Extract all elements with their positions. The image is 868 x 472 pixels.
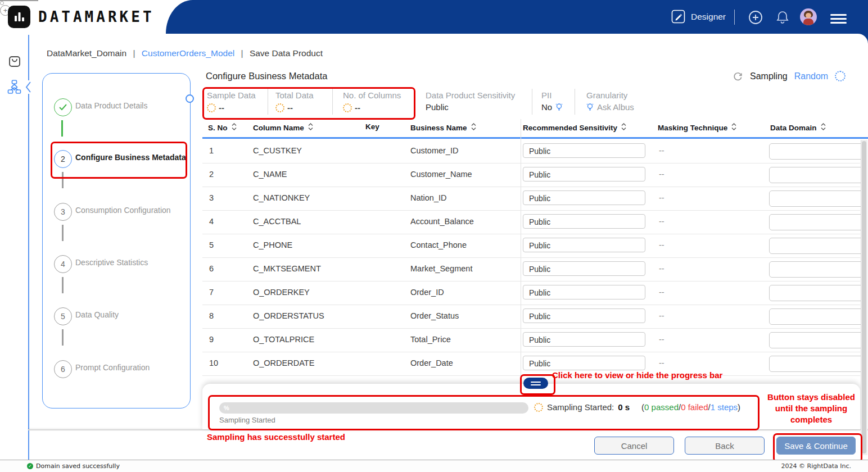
data-domain-input[interactable] — [769, 143, 865, 160]
table-row: 6C_MKTSEGMENTMarket_SegmentPublic-- — [202, 257, 860, 282]
column-header-data-domain[interactable]: Data Domain — [770, 122, 826, 133]
step-connector — [62, 225, 64, 241]
info-label: Data Product Sensitivity — [426, 90, 515, 100]
status-message: ✓ Domain saved successfully — [27, 462, 120, 470]
info-label: Granularity — [586, 90, 627, 100]
cell-column-name: O_ORDERSTATUS — [253, 311, 324, 320]
data-domain-input[interactable] — [769, 190, 865, 207]
designer-button[interactable]: Designer — [671, 10, 726, 24]
progress-status-label: Sampling Started: — [547, 402, 614, 412]
sampling-label: Sampling — [750, 71, 788, 81]
status-bar: ✓ Domain saved successfully 2024 © Right… — [0, 460, 868, 472]
data-domain-input[interactable] — [769, 167, 865, 183]
sort-icon[interactable] — [231, 122, 237, 133]
column-header-business-name[interactable]: Business Name — [410, 122, 477, 133]
table-row: 5C_PHONEContact_PhonePublic-- — [202, 234, 860, 258]
avatar-face — [806, 13, 811, 18]
loading-spinner-icon — [343, 103, 352, 112]
progress-toggle-button[interactable] — [523, 378, 548, 389]
cell-serial-no: 7 — [209, 288, 214, 297]
data-domain-input[interactable] — [769, 356, 865, 372]
scrollbar-thumb[interactable] — [862, 141, 866, 453]
progress-elapsed: 0 s — [618, 402, 630, 412]
sort-icon[interactable] — [471, 122, 477, 133]
add-circle-icon[interactable] — [748, 10, 763, 27]
breadcrumb-model-link[interactable]: CustomerOrders_Model — [142, 48, 234, 58]
shopping-bag-icon[interactable] — [8, 55, 21, 70]
table-row: 2C_NAMECustomer_NamePublic-- — [202, 163, 860, 187]
cell-masking-technique: -- — [659, 240, 664, 249]
cell-serial-no: 9 — [209, 335, 214, 344]
step-label-4[interactable]: Descriptive Statistics — [75, 258, 148, 267]
breadcrumb-separator: | — [133, 48, 135, 58]
table-row: 3C_NATIONKEYNation_IDPublic-- — [202, 187, 860, 211]
active-nav-notch-icon — [24, 80, 32, 94]
page-title: Configure Business Metadata — [206, 71, 327, 81]
sensitivity-dropdown[interactable]: Public — [523, 332, 645, 347]
cell-business-name: Nation_ID — [410, 193, 446, 202]
sampling-mode-dropdown[interactable]: Random — [794, 71, 828, 81]
sort-icon[interactable] — [308, 122, 314, 133]
data-domain-input[interactable] — [769, 238, 865, 254]
step-label-2[interactable]: Configure Business Metadata — [75, 153, 186, 162]
progress-counts: (0 passed/0 failed/1 steps) — [641, 402, 740, 412]
sensitivity-dropdown[interactable]: Public — [523, 190, 645, 205]
sensitivity-dropdown[interactable]: Public — [523, 143, 645, 158]
step-circle-4[interactable]: 4 — [54, 255, 72, 273]
save-continue-button[interactable]: Save & Continue — [776, 437, 856, 455]
progress-bar-caption: Sampling Started — [219, 416, 275, 424]
info-value-granularity[interactable]: Ask Albus — [586, 102, 634, 112]
logo-icon[interactable] — [8, 6, 30, 28]
data-domain-input[interactable] — [769, 261, 865, 278]
cell-masking-technique: -- — [659, 170, 664, 179]
column-header-column-name[interactable]: Column Name — [253, 122, 314, 133]
step-circle-5[interactable]: 5 — [54, 307, 72, 325]
data-domain-input[interactable] — [769, 308, 865, 325]
breadcrumb: DataMarket_Domain | CustomerOrders_Model… — [47, 48, 323, 58]
cell-column-name: O_TOTALPRICE — [253, 335, 314, 344]
table-row: 1C_CUSTKEYCustomer_IDPublic-- — [202, 139, 860, 164]
column-header-masking-technique[interactable]: Masking Technique — [658, 122, 737, 133]
notifications-bell-icon[interactable] — [775, 10, 790, 27]
sensitivity-dropdown[interactable]: Public — [523, 238, 645, 252]
cell-column-name: O_ORDERDATE — [253, 358, 314, 367]
data-domain-input[interactable] — [769, 285, 865, 301]
step-circle-2[interactable]: 2 — [54, 150, 72, 168]
column-header-label: S. No — [208, 124, 228, 132]
sensitivity-dropdown[interactable]: Public — [523, 308, 645, 323]
sensitivity-dropdown[interactable]: Public — [523, 167, 645, 181]
step-circle-6[interactable]: 6 — [54, 360, 72, 378]
cell-masking-technique: -- — [659, 335, 664, 344]
column-header-key[interactable]: Key — [365, 122, 379, 131]
step-label-1[interactable]: Data Product Details — [75, 101, 147, 110]
sensitivity-dropdown[interactable]: Public — [523, 214, 645, 229]
sampling-controls: Sampling Random — [733, 71, 846, 81]
step-circle-3[interactable]: 3 — [54, 203, 72, 221]
menu-hamburger-icon[interactable] — [830, 12, 847, 26]
refresh-icon[interactable] — [733, 71, 743, 81]
sensitivity-dropdown[interactable]: Public — [523, 356, 645, 370]
data-flow-icon[interactable] — [7, 80, 22, 97]
stat-divider — [532, 89, 532, 115]
column-header-recommended-sensitivity[interactable]: Recommended Sensitivity — [523, 122, 627, 133]
sensitivity-dropdown[interactable]: Public — [523, 285, 645, 299]
cell-masking-technique: -- — [659, 193, 664, 202]
sort-icon[interactable] — [820, 122, 826, 133]
sort-icon[interactable] — [621, 122, 627, 133]
step-label-5[interactable]: Data Quality — [75, 310, 119, 319]
step-label-3[interactable]: Consumption Configuration — [75, 206, 171, 215]
column-header-s-no[interactable]: S. No — [208, 122, 237, 133]
data-domain-input[interactable] — [769, 332, 865, 348]
sensitivity-dropdown[interactable]: Public — [523, 261, 645, 276]
bulb-icon[interactable] — [555, 103, 563, 112]
cell-column-name: C_MKTSEGMENT — [253, 264, 321, 273]
panel-left-border — [28, 35, 29, 460]
step-label-6[interactable]: Prompt Configuration — [75, 363, 150, 372]
cancel-button[interactable]: Cancel — [594, 437, 674, 455]
data-domain-input[interactable] — [769, 214, 865, 230]
cell-serial-no: 1 — [209, 146, 214, 155]
sort-icon[interactable] — [731, 122, 737, 133]
step-circle-1[interactable] — [54, 98, 72, 116]
back-button[interactable]: Back — [685, 437, 765, 455]
user-avatar[interactable] — [800, 8, 817, 25]
